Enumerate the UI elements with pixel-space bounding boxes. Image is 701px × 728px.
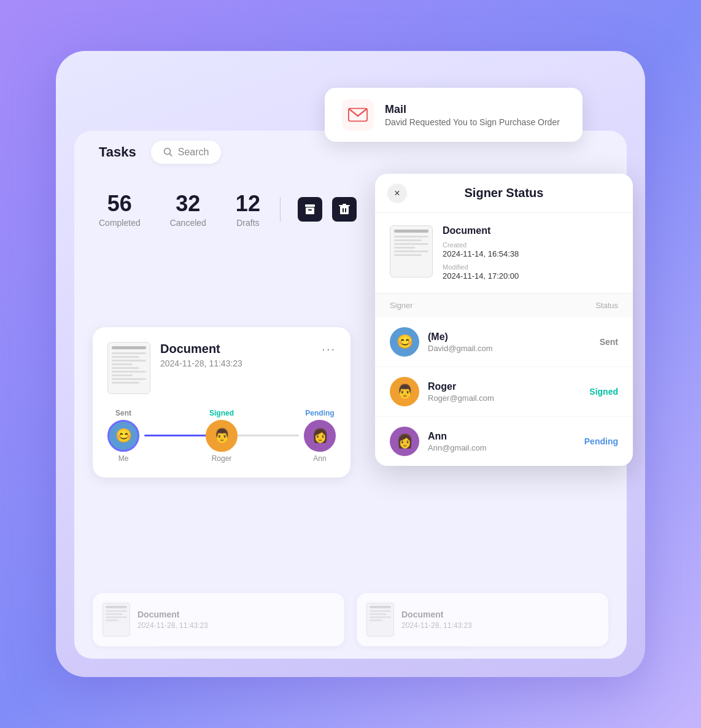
doc-card-date: 2024-11-28, 11:43:23 <box>160 358 312 368</box>
signer-row-ann: 👩 Ann Ann@gmail.com Pending <box>375 417 633 466</box>
signer-node-me: Sent 😊 Me <box>107 409 139 463</box>
signer-avatar-me: 😊 <box>107 420 139 452</box>
col-status: Status <box>595 301 618 310</box>
modal-title: Signer Status <box>465 186 544 200</box>
signer-table-header: Signer Status <box>375 293 633 317</box>
mail-text: Mail David Requested You to Sign Purchas… <box>385 103 560 127</box>
search-icon <box>163 147 173 157</box>
drafts-label: Drafts <box>236 218 259 228</box>
search-box[interactable]: Search <box>151 141 222 164</box>
signer-row-name-ann: Ann <box>428 431 576 442</box>
modal-doc-details: Document Created 2024-11-14, 16:54:38 Mo… <box>443 225 519 281</box>
svg-rect-11 <box>343 204 346 205</box>
signer-status-me: Sent <box>115 409 131 417</box>
signer-status-ann: Pending <box>305 409 334 417</box>
signer-row-info-me: (Me) David@gmail.com <box>428 331 591 353</box>
mail-title: Mail <box>385 103 560 116</box>
bottom-doc-title-2: Document <box>401 610 472 619</box>
signer-name-roger: Roger <box>212 454 232 463</box>
signer-status-modal: × Signer Status Document Created 2024-11… <box>375 174 633 466</box>
bottom-doc-card-2[interactable]: Document 2024-11-28, 11:43:23 <box>357 593 608 646</box>
document-card[interactable]: Document 2024-11-28, 11:43:23 ··· Sent 😊… <box>93 327 350 478</box>
signer-row-me: 😊 (Me) David@gmail.com Sent <box>375 317 633 367</box>
signer-status-roger: Signed <box>209 409 234 417</box>
modal-modified-label: Modified <box>443 263 519 271</box>
modal-header: × Signer Status <box>375 174 633 213</box>
signer-row-status-me: Sent <box>600 337 618 347</box>
bottom-doc-date-1: 2024-11-28, 11:43:23 <box>137 621 208 630</box>
svg-rect-4 <box>305 204 315 207</box>
signer-node-roger: Signed 👨 Roger <box>206 409 238 463</box>
tasks-label: Tasks <box>99 144 136 160</box>
modal-created-value: 2024-11-14, 16:54:38 <box>443 249 519 258</box>
signer-row-roger: 👨 Roger Roger@gmail.com Signed <box>375 367 633 417</box>
svg-rect-8 <box>343 208 344 212</box>
drafts-count: 12 <box>236 191 260 217</box>
completed-label: Completed <box>99 218 141 228</box>
mail-icon <box>342 99 374 131</box>
bottom-doc-info-2: Document 2024-11-28, 11:43:23 <box>401 610 472 630</box>
signer-row-avatar-roger: 👨 <box>390 377 419 406</box>
svg-rect-10 <box>339 205 350 206</box>
delete-button[interactable] <box>332 197 357 222</box>
svg-line-3 <box>169 154 172 157</box>
bottom-doc-card-1[interactable]: Document 2024-11-28, 11:43:23 <box>93 593 344 646</box>
signer-node-ann: Pending 👩 Ann <box>304 409 336 463</box>
doc-card-header: Document 2024-11-28, 11:43:23 ··· <box>107 342 336 394</box>
signers-timeline: Sent 😊 Me Signed 👨 Roger Pending 👩 Ann <box>107 409 336 463</box>
signer-row-avatar-me: 😊 <box>390 327 419 357</box>
signer-name-me: Me <box>118 454 129 463</box>
canceled-label: Canceled <box>170 218 206 228</box>
signer-row-info-roger: Roger Roger@gmail.com <box>428 381 581 403</box>
col-signer: Signer <box>390 301 413 310</box>
signer-row-info-ann: Ann Ann@gmail.com <box>428 431 576 452</box>
bottom-doc-thumb-2 <box>366 603 394 637</box>
search-input-placeholder: Search <box>178 147 209 158</box>
signer-row-status-roger: Signed <box>589 387 618 397</box>
modal-doc-info: Document Created 2024-11-14, 16:54:38 Mo… <box>375 213 633 293</box>
stats-divider <box>280 197 281 222</box>
stat-canceled: 32 Canceled <box>155 191 221 228</box>
modal-doc-thumbnail <box>390 225 433 277</box>
svg-rect-9 <box>345 208 346 212</box>
stat-drafts: 12 Drafts <box>221 191 275 228</box>
signer-row-email-roger: Roger@gmail.com <box>428 393 581 403</box>
modal-doc-name: Document <box>443 225 519 236</box>
signer-row-name-me: (Me) <box>428 331 591 343</box>
signer-name-ann: Ann <box>313 454 326 463</box>
signer-row-status-ann: Pending <box>584 436 618 446</box>
signer-row-email-me: David@gmail.com <box>428 344 591 353</box>
doc-thumbnail <box>107 342 150 394</box>
svg-rect-6 <box>308 209 312 211</box>
bottom-doc-title-1: Document <box>137 610 208 619</box>
signer-avatar-roger: 👨 <box>206 420 238 452</box>
signer-row-email-ann: Ann@gmail.com <box>428 443 576 452</box>
modal-close-button[interactable]: × <box>387 184 407 203</box>
canceled-count: 32 <box>176 191 200 217</box>
bottom-doc-info-1: Document 2024-11-28, 11:43:23 <box>137 610 208 630</box>
archive-button[interactable] <box>298 197 322 222</box>
outer-card: Mail David Requested You to Sign Purchas… <box>56 51 645 677</box>
mail-notification[interactable]: Mail David Requested You to Sign Purchas… <box>325 88 583 142</box>
svg-rect-0 <box>347 107 368 123</box>
more-options-button[interactable]: ··· <box>322 342 336 356</box>
signer-avatar-ann: 👩 <box>304 420 336 452</box>
bottom-docs: Document 2024-11-28, 11:43:23 Document 2… <box>93 593 608 646</box>
mail-subtitle: David Requested You to Sign Purchase Ord… <box>385 117 560 127</box>
toolbar-icons <box>298 197 357 222</box>
signer-row-avatar-ann: 👩 <box>390 427 419 456</box>
modal-modified-value: 2024-11-14, 17:20:00 <box>443 271 519 281</box>
doc-info: Document 2024-11-28, 11:43:23 <box>160 342 312 368</box>
modal-created-label: Created <box>443 241 519 249</box>
bottom-doc-thumb-1 <box>103 603 130 637</box>
signer-row-name-roger: Roger <box>428 381 581 392</box>
bottom-doc-date-2: 2024-11-28, 11:43:23 <box>401 621 472 630</box>
stat-completed: 56 Completed <box>99 191 155 228</box>
doc-card-title: Document <box>160 342 312 356</box>
svg-rect-7 <box>340 206 349 214</box>
completed-count: 56 <box>107 191 132 217</box>
svg-rect-5 <box>306 207 314 214</box>
